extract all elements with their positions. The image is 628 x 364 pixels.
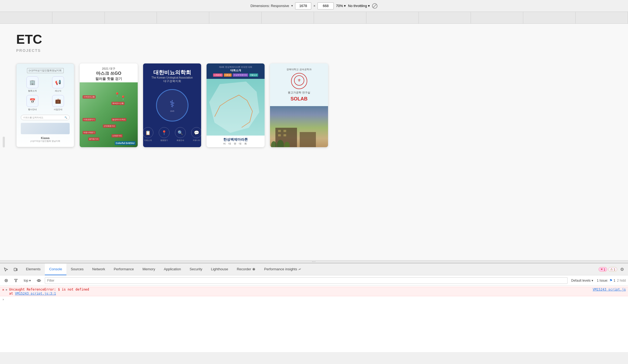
card3-circle-4: 💬 (191, 127, 201, 138)
devtools-resize-handle[interactable]: ⋯ (0, 260, 628, 263)
strip-item-11 (523, 12, 576, 23)
card3-circle-3: 🔍 (175, 127, 186, 138)
trees-row (270, 140, 328, 147)
card2-map: 📍 📍 서부운전교통 북부운수교통 이현공원자기 근대복원거리 대명수목원기 달… (80, 82, 138, 147)
project-card-2[interactable]: 2021 대구 마스크 쓰GO 컬러풀 핫플 걷기 📍 📍 서부운전교통 북부운… (80, 63, 138, 147)
card1-footer-full: (사)IT여성기업인협회 영남지회 (30, 140, 60, 143)
dimensions-label: Dimensions: Responsive (251, 4, 289, 8)
warning-badge[interactable]: ⚠ 1 (608, 267, 617, 272)
card2-header: 2021 대구 마스크 쓰GO 컬러풀 핫플 걷기 (93, 63, 124, 82)
error-expand-arrow[interactable]: ▶ (6, 288, 8, 291)
error-message-group: Uncaught ReferenceError: $ is not define… (9, 288, 89, 295)
card3-bottom-icons: 📋 지회소개 📍 병원찾기 🔍 회원안내 💬 커뮤니티 (143, 127, 201, 142)
card5-solab-label: SOLAB (291, 96, 308, 102)
tab-lighthouse[interactable]: Lighthouse (207, 264, 232, 275)
tab-sources[interactable]: Sources (66, 264, 88, 275)
device-toggle-btn[interactable] (12, 266, 19, 273)
tab-network[interactable]: Network (88, 264, 110, 275)
error-location-label: at (9, 292, 15, 295)
zoom-dropdown[interactable]: 70% ▾ (336, 4, 346, 8)
dropdown-arrow: ▾ (368, 4, 370, 8)
strip-item-9 (419, 12, 471, 23)
tab-elements[interactable]: Elements (22, 264, 45, 275)
card3-icon-label-1: 지회소개 (144, 139, 152, 142)
svg-rect-5 (283, 130, 286, 132)
card3-circle-2: 📍 (159, 127, 170, 138)
card3-subtitle-en: The Korean Urological Association (151, 76, 193, 79)
width-input[interactable]: 1678 (295, 2, 311, 9)
projects-subtitle: PROJECTS (16, 48, 612, 53)
eye-btn[interactable] (35, 278, 43, 283)
strip-item-6 (262, 12, 314, 23)
clear-console-btn[interactable] (2, 278, 10, 283)
card1-icon-4: 💼 사업안내 (47, 95, 70, 111)
route-label-3: 이현공원자기 (83, 118, 96, 121)
dimensions-dropdown-arrow[interactable]: ▾ (291, 4, 293, 8)
inspect-element-btn[interactable] (2, 266, 10, 273)
tab-performance-insights[interactable]: Performance insights (260, 264, 306, 275)
page-title: ETC (16, 32, 612, 47)
tab-memory[interactable]: Memory (138, 264, 160, 275)
card4-header: 제8회 한성백제마라톤 비대면 대회 대회소개 신청완료 대회장 인상부두레이트… (207, 63, 265, 79)
card1-label-2: 새소식 (55, 89, 61, 92)
issue-warning-icon: ⚑ (609, 278, 613, 282)
svg-rect-6 (278, 134, 281, 136)
card3-icon-label-2: 병원찾기 (160, 139, 168, 142)
times-symbol: × (313, 4, 316, 8)
levels-dropdown-arrow: ▾ (592, 279, 593, 282)
console-filter-input[interactable] (45, 277, 568, 284)
error-file-link-right[interactable]: VM15243 script.js (593, 288, 626, 291)
card5-building-photo (270, 106, 328, 147)
card3-icon-label-3: 회원안내 (177, 139, 184, 142)
top-frame-btn[interactable]: top ▾ (22, 278, 33, 283)
error-badge[interactable]: ✕ 1 (599, 267, 607, 272)
strip-item-1 (0, 12, 52, 23)
project-card-3[interactable]: 대한비뇨의학회 The Korean Urological Associatio… (143, 63, 201, 147)
card3-emblem: ⚕ 1945 (156, 89, 188, 122)
tag-1: 신청완료 (213, 73, 223, 77)
route-label-2: 북부운수교통 (112, 102, 124, 105)
card1-image (21, 123, 70, 134)
tab-console[interactable]: Console (45, 264, 66, 275)
devtools-topbar: Dimensions: Responsive ▾ 1678 × 668 70% … (0, 0, 628, 12)
card1-icon-circle-3: 📅 (26, 95, 38, 107)
tab-recorder[interactable]: Recorder (232, 264, 260, 275)
card3-title-group: 대한비뇨의학회 The Korean Urological Associatio… (151, 69, 193, 83)
card1-label-3: 행사안내 (28, 108, 37, 111)
warning-icon: ⚠ (610, 268, 613, 271)
console-output: ✕ ▶ Uncaught ReferenceError: $ is not de… (0, 286, 628, 352)
console-error-row-1: ✕ ▶ Uncaught ReferenceError: $ is not de… (0, 287, 628, 296)
console-toolbar: top ▾ Default levels ▾ 1 Issue: ⚑ 1 2 hi… (0, 275, 628, 286)
card2-subtitle: 컬러풀 핫플 걷기 (95, 76, 122, 81)
height-input[interactable]: 668 (318, 2, 334, 9)
error-file-link[interactable]: VM15243 script.js:3:1 (15, 292, 56, 295)
card4-header-small: 제8회 한성백제마라톤 비대면 대회 (219, 66, 252, 69)
card1-label-1: 협회소개 (28, 89, 37, 92)
card2-title: 마스크 쓰GO (95, 71, 122, 76)
card4-tags: 신청완료 대회장 인상부두레이트 8월입금 (213, 73, 258, 77)
error-location-text: at VM15243 script.js:3:1 (9, 292, 89, 295)
device-toolbar-strip (0, 12, 628, 24)
project-card-5[interactable]: 경북대학교 금속공학과 ⚜ 융고가공학 연구실 SOLAB (270, 63, 328, 147)
colorful-daegu-label: Colorful DAEGU (115, 141, 136, 145)
card1-footer-brand: Kiawa (30, 136, 60, 140)
route-label-4: 근대복원거리 (103, 124, 116, 128)
throttle-dropdown[interactable]: No throttling ▾ (348, 4, 370, 8)
side-resize-handle[interactable] (3, 137, 5, 147)
strip-item-7 (314, 12, 366, 23)
card3-icon-4: 💬 커뮤니티 (191, 127, 201, 142)
tab-performance[interactable]: Performance (109, 264, 138, 275)
filter-icon-btn[interactable] (12, 278, 20, 283)
default-levels-dropdown[interactable]: Default levels ▾ (569, 278, 595, 283)
card3-icon-2: 📍 병원찾기 (159, 127, 170, 142)
settings-gear-button[interactable]: ⚙ (618, 266, 626, 273)
card3-icon-1: 📋 지회소개 (143, 127, 153, 142)
project-card-1[interactable]: (사)IT여성기업인협회영남지회 🏢 협회소개 📢 새소식 📅 행사안내 (16, 63, 74, 147)
tag-3: 인상부두레이트 (233, 73, 248, 77)
tab-security[interactable]: Security (185, 264, 207, 275)
project-card-4[interactable]: 제8회 한성백제마라톤 비대면 대회 대회소개 신청완료 대회장 인상부두레이트… (207, 63, 265, 147)
error-x-icon: ✕ (2, 288, 4, 292)
tab-application[interactable]: Application (160, 264, 185, 275)
strip-item-4 (157, 12, 209, 23)
card4-footer: 한성백제마라톤 비 대 면 대 회 (207, 136, 265, 147)
